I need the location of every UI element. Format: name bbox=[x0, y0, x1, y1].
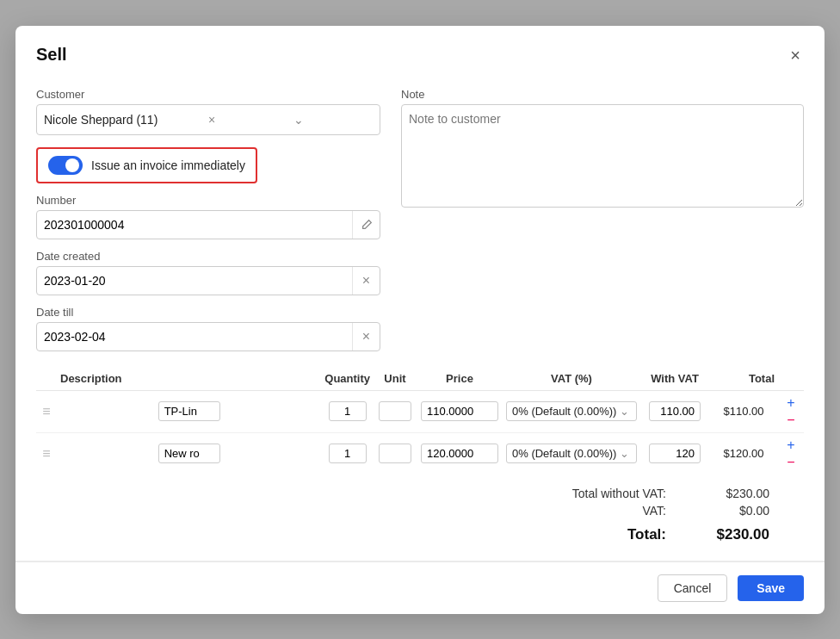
with-vat-input-1[interactable] bbox=[649, 401, 701, 421]
modal-title: Sell bbox=[36, 45, 67, 65]
drag-handle-icon[interactable]: ≡ bbox=[42, 404, 50, 419]
grand-total-row: Total: $230.00 bbox=[537, 526, 769, 543]
vat-value-1: 0% (Default (0.00%)) bbox=[512, 405, 616, 418]
customer-value: Nicole Sheppard (11) bbox=[44, 113, 208, 127]
description-input-1[interactable] bbox=[158, 401, 220, 421]
modal-header: Sell × bbox=[15, 26, 825, 79]
toggle-slider bbox=[48, 156, 83, 175]
total-without-vat-label: Total without VAT: bbox=[537, 487, 666, 500]
vat-label: VAT: bbox=[537, 504, 666, 518]
unit-input-1[interactable] bbox=[379, 401, 411, 421]
total-without-vat-value: $230.00 bbox=[701, 487, 769, 500]
items-table: Description Quantity Unit Price VAT (%) … bbox=[36, 367, 804, 475]
modal-footer: Cancel Save bbox=[15, 561, 825, 614]
drag-handle-cell-2: ≡ bbox=[36, 432, 57, 475]
drag-handle-cell: ≡ bbox=[36, 390, 57, 432]
col-with-vat: With VAT bbox=[640, 367, 709, 391]
col-vat: VAT (%) bbox=[503, 367, 640, 391]
price-cell-2 bbox=[417, 432, 503, 475]
quantity-input-1[interactable] bbox=[329, 401, 367, 421]
col-description: Description bbox=[57, 367, 321, 391]
invoice-toggle-row: Issue an invoice immediately bbox=[36, 147, 257, 183]
unit-input-2[interactable] bbox=[379, 444, 411, 463]
date-till-input-wrapper: × bbox=[36, 322, 380, 351]
row-actions-cell-1: + − bbox=[778, 390, 804, 432]
grand-total-value: $230.00 bbox=[701, 526, 769, 543]
with-vat-input-2[interactable] bbox=[649, 444, 701, 463]
col-total: Total bbox=[709, 367, 778, 391]
customer-actions: × ⌄ bbox=[208, 113, 373, 127]
number-label: Number bbox=[36, 194, 380, 207]
vat-cell: 0% (Default (0.00%)) ⌄ bbox=[503, 390, 640, 432]
note-label: Note bbox=[401, 88, 804, 101]
date-created-input[interactable] bbox=[37, 267, 352, 295]
vat-cell-2: 0% (Default (0.00%)) ⌄ bbox=[503, 432, 640, 475]
vat-row: VAT: $0.00 bbox=[537, 504, 769, 518]
save-button[interactable]: Save bbox=[738, 575, 804, 601]
total-cell-1: $110.00 bbox=[709, 390, 778, 432]
date-created-label: Date created bbox=[36, 250, 380, 263]
col-actions bbox=[778, 367, 804, 391]
drag-handle-icon-2[interactable]: ≡ bbox=[42, 446, 50, 461]
price-input-1[interactable] bbox=[421, 401, 498, 421]
cancel-button[interactable]: Cancel bbox=[658, 574, 728, 602]
description-cell bbox=[57, 390, 321, 432]
customer-label: Customer bbox=[36, 88, 380, 101]
customer-select[interactable]: Nicole Sheppard (11) × ⌄ bbox=[36, 104, 380, 135]
clear-icon[interactable]: × bbox=[208, 113, 288, 127]
total-cell-2: $120.00 bbox=[709, 432, 778, 475]
col-unit: Unit bbox=[374, 367, 417, 391]
modal-body: Customer Nicole Sheppard (11) × ⌄ bbox=[15, 79, 825, 557]
totals-section: Total without VAT: $230.00 VAT: $0.00 To… bbox=[36, 487, 804, 543]
unit-cell-2 bbox=[374, 432, 417, 475]
number-input[interactable] bbox=[37, 211, 352, 239]
invoice-toggle[interactable] bbox=[48, 156, 83, 175]
description-input-2[interactable] bbox=[158, 444, 220, 463]
number-input-wrapper bbox=[36, 210, 380, 239]
unit-cell bbox=[374, 390, 417, 432]
invoice-toggle-label: Issue an invoice immediately bbox=[91, 158, 245, 172]
row-actions-cell-2: + − bbox=[778, 432, 804, 475]
price-input-2[interactable] bbox=[421, 444, 498, 463]
quantity-cell bbox=[321, 390, 374, 432]
grand-total-label: Total: bbox=[537, 526, 666, 543]
items-table-section: Description Quantity Unit Price VAT (%) … bbox=[36, 367, 804, 475]
date-created-input-wrapper: × bbox=[36, 266, 380, 295]
note-textarea[interactable] bbox=[401, 104, 804, 208]
remove-row-button-1[interactable]: − bbox=[783, 413, 799, 428]
quantity-cell-2 bbox=[321, 432, 374, 475]
col-drag bbox=[36, 367, 57, 391]
number-edit-icon[interactable] bbox=[352, 211, 380, 239]
vat-chevron-icon-2: ⌄ bbox=[620, 447, 629, 460]
with-vat-cell bbox=[640, 390, 709, 432]
table-row: ≡ bbox=[36, 432, 804, 475]
table-row: ≡ bbox=[36, 390, 804, 432]
vat-chevron-icon-1: ⌄ bbox=[620, 405, 629, 418]
add-row-button-1[interactable]: + bbox=[783, 395, 799, 411]
row-actions-2: + − bbox=[781, 437, 800, 470]
form-top-section: Customer Nicole Sheppard (11) × ⌄ bbox=[36, 88, 804, 351]
total-without-vat-row: Total without VAT: $230.00 bbox=[537, 487, 769, 500]
date-created-clear-icon[interactable]: × bbox=[352, 267, 380, 295]
description-cell-2 bbox=[57, 432, 321, 475]
chevron-down-icon[interactable]: ⌄ bbox=[293, 113, 374, 127]
row-actions-1: + − bbox=[781, 395, 800, 428]
quantity-input-2[interactable] bbox=[329, 444, 367, 463]
vat-value: $0.00 bbox=[701, 504, 769, 518]
form-right-column: Note bbox=[401, 88, 804, 351]
col-quantity: Quantity bbox=[321, 367, 374, 391]
vat-value-2: 0% (Default (0.00%)) bbox=[512, 447, 616, 460]
form-left-column: Customer Nicole Sheppard (11) × ⌄ bbox=[36, 88, 380, 351]
vat-select-1[interactable]: 0% (Default (0.00%)) ⌄ bbox=[506, 401, 637, 421]
modal-overlay: Sell × Customer Nicole Sheppard (11) × ⌄ bbox=[0, 0, 840, 639]
date-till-clear-icon[interactable]: × bbox=[352, 323, 380, 351]
date-till-label: Date till bbox=[36, 306, 380, 319]
close-button[interactable]: × bbox=[787, 43, 804, 67]
vat-select-2[interactable]: 0% (Default (0.00%)) ⌄ bbox=[506, 444, 637, 463]
remove-row-button-2[interactable]: − bbox=[783, 455, 799, 470]
price-cell bbox=[417, 390, 503, 432]
col-price: Price bbox=[417, 367, 503, 391]
sell-modal: Sell × Customer Nicole Sheppard (11) × ⌄ bbox=[15, 26, 825, 614]
date-till-input[interactable] bbox=[37, 323, 352, 351]
add-row-button-2[interactable]: + bbox=[783, 437, 799, 453]
